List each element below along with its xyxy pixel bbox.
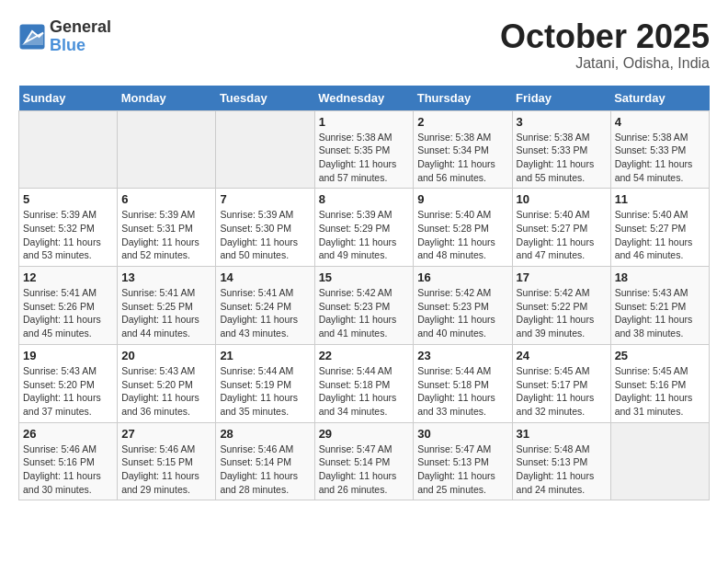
weekday-header: Sunday [19, 86, 118, 111]
day-info: Sunrise: 5:43 AM Sunset: 5:21 PM Dayligh… [615, 286, 705, 340]
month-title: October 2025 [500, 18, 710, 55]
day-info: Sunrise: 5:46 AM Sunset: 5:15 PM Dayligh… [121, 442, 211, 497]
calendar-cell: 29Sunrise: 5:47 AM Sunset: 5:14 PM Dayli… [314, 422, 414, 500]
calendar-cell: 8Sunrise: 5:39 AM Sunset: 5:29 PM Daylig… [314, 189, 414, 267]
day-info: Sunrise: 5:39 AM Sunset: 5:30 PM Dayligh… [220, 208, 310, 262]
day-info: Sunrise: 5:44 AM Sunset: 5:19 PM Dayligh… [220, 364, 310, 419]
calendar-cell: 2Sunrise: 5:38 AM Sunset: 5:34 PM Daylig… [414, 110, 512, 189]
calendar-week-row: 19Sunrise: 5:43 AM Sunset: 5:20 PM Dayli… [19, 344, 710, 422]
calendar-cell: 30Sunrise: 5:47 AM Sunset: 5:13 PM Dayli… [414, 422, 512, 500]
weekday-header: Monday [118, 86, 216, 111]
calendar-cell: 6Sunrise: 5:39 AM Sunset: 5:31 PM Daylig… [118, 189, 216, 267]
day-number: 7 [220, 192, 310, 206]
day-info: Sunrise: 5:47 AM Sunset: 5:13 PM Dayligh… [417, 442, 507, 497]
calendar-table: SundayMondayTuesdayWednesdayThursdayFrid… [18, 86, 710, 501]
calendar-cell [19, 110, 118, 189]
calendar-cell: 23Sunrise: 5:44 AM Sunset: 5:18 PM Dayli… [414, 344, 512, 422]
calendar-cell: 18Sunrise: 5:43 AM Sunset: 5:21 PM Dayli… [610, 267, 709, 345]
calendar-week-row: 1Sunrise: 5:38 AM Sunset: 5:35 PM Daylig… [19, 110, 710, 189]
calendar-cell: 7Sunrise: 5:39 AM Sunset: 5:30 PM Daylig… [216, 189, 314, 267]
day-info: Sunrise: 5:47 AM Sunset: 5:14 PM Dayligh… [319, 442, 410, 497]
weekday-header: Wednesday [314, 86, 414, 111]
calendar-cell: 31Sunrise: 5:48 AM Sunset: 5:13 PM Dayli… [512, 422, 610, 500]
calendar-cell: 19Sunrise: 5:43 AM Sunset: 5:20 PM Dayli… [19, 344, 118, 422]
day-info: Sunrise: 5:46 AM Sunset: 5:14 PM Dayligh… [220, 442, 310, 497]
day-number: 10 [517, 192, 607, 206]
day-number: 26 [23, 427, 113, 441]
day-number: 27 [121, 427, 211, 441]
calendar-week-row: 5Sunrise: 5:39 AM Sunset: 5:32 PM Daylig… [19, 189, 710, 267]
day-number: 11 [615, 192, 705, 206]
day-number: 28 [220, 427, 310, 441]
logo-icon [18, 23, 46, 51]
calendar-cell: 3Sunrise: 5:38 AM Sunset: 5:33 PM Daylig… [512, 110, 610, 189]
day-number: 25 [615, 349, 705, 362]
calendar-cell [610, 422, 709, 500]
day-info: Sunrise: 5:42 AM Sunset: 5:23 PM Dayligh… [319, 286, 410, 340]
day-number: 14 [220, 270, 310, 284]
day-number: 21 [220, 349, 310, 362]
calendar-cell: 12Sunrise: 5:41 AM Sunset: 5:26 PM Dayli… [19, 267, 118, 345]
day-number: 3 [517, 115, 607, 129]
calendar-cell [118, 110, 216, 189]
day-number: 9 [417, 192, 507, 206]
calendar-cell: 1Sunrise: 5:38 AM Sunset: 5:35 PM Daylig… [314, 110, 414, 189]
day-number: 8 [319, 192, 410, 206]
calendar-cell: 15Sunrise: 5:42 AM Sunset: 5:23 PM Dayli… [314, 267, 414, 345]
day-number: 5 [23, 192, 113, 206]
day-number: 12 [23, 270, 113, 284]
day-info: Sunrise: 5:48 AM Sunset: 5:13 PM Dayligh… [517, 442, 607, 497]
calendar-cell: 20Sunrise: 5:43 AM Sunset: 5:20 PM Dayli… [118, 344, 216, 422]
weekday-header-row: SundayMondayTuesdayWednesdayThursdayFrid… [19, 86, 710, 111]
calendar-cell: 28Sunrise: 5:46 AM Sunset: 5:14 PM Dayli… [216, 422, 314, 500]
day-info: Sunrise: 5:38 AM Sunset: 5:33 PM Dayligh… [615, 131, 705, 185]
day-info: Sunrise: 5:41 AM Sunset: 5:26 PM Dayligh… [23, 286, 113, 340]
day-info: Sunrise: 5:46 AM Sunset: 5:16 PM Dayligh… [23, 442, 113, 497]
day-info: Sunrise: 5:43 AM Sunset: 5:20 PM Dayligh… [23, 364, 113, 419]
logo: General Blue [18, 18, 111, 55]
weekday-header: Thursday [414, 86, 512, 111]
day-number: 6 [121, 192, 211, 206]
day-info: Sunrise: 5:40 AM Sunset: 5:28 PM Dayligh… [417, 208, 507, 262]
day-number: 23 [417, 349, 507, 362]
weekday-header: Saturday [610, 86, 709, 111]
day-number: 29 [319, 427, 410, 441]
title-section: October 2025 Jatani, Odisha, India [500, 18, 710, 72]
day-info: Sunrise: 5:39 AM Sunset: 5:31 PM Dayligh… [121, 208, 211, 262]
calendar-cell [216, 110, 314, 189]
day-info: Sunrise: 5:38 AM Sunset: 5:35 PM Dayligh… [319, 131, 410, 185]
calendar-cell: 14Sunrise: 5:41 AM Sunset: 5:24 PM Dayli… [216, 267, 314, 345]
calendar-cell: 27Sunrise: 5:46 AM Sunset: 5:15 PM Dayli… [118, 422, 216, 500]
calendar-cell: 5Sunrise: 5:39 AM Sunset: 5:32 PM Daylig… [19, 189, 118, 267]
location: Jatani, Odisha, India [500, 55, 710, 72]
day-info: Sunrise: 5:40 AM Sunset: 5:27 PM Dayligh… [517, 208, 607, 262]
calendar-cell: 22Sunrise: 5:44 AM Sunset: 5:18 PM Dayli… [314, 344, 414, 422]
day-number: 31 [517, 427, 607, 441]
calendar-cell: 10Sunrise: 5:40 AM Sunset: 5:27 PM Dayli… [512, 189, 610, 267]
calendar-week-row: 26Sunrise: 5:46 AM Sunset: 5:16 PM Dayli… [19, 422, 710, 500]
calendar-cell: 25Sunrise: 5:45 AM Sunset: 5:16 PM Dayli… [610, 344, 709, 422]
day-info: Sunrise: 5:44 AM Sunset: 5:18 PM Dayligh… [319, 364, 410, 419]
day-info: Sunrise: 5:39 AM Sunset: 5:32 PM Dayligh… [23, 208, 113, 262]
day-info: Sunrise: 5:40 AM Sunset: 5:27 PM Dayligh… [615, 208, 705, 262]
calendar-week-row: 12Sunrise: 5:41 AM Sunset: 5:26 PM Dayli… [19, 267, 710, 345]
day-info: Sunrise: 5:45 AM Sunset: 5:17 PM Dayligh… [517, 364, 607, 419]
day-number: 1 [319, 115, 410, 129]
day-number: 19 [23, 349, 113, 362]
day-info: Sunrise: 5:41 AM Sunset: 5:25 PM Dayligh… [121, 286, 211, 340]
calendar-cell: 11Sunrise: 5:40 AM Sunset: 5:27 PM Dayli… [610, 189, 709, 267]
day-number: 20 [121, 349, 211, 362]
calendar-cell: 24Sunrise: 5:45 AM Sunset: 5:17 PM Dayli… [512, 344, 610, 422]
calendar-cell: 9Sunrise: 5:40 AM Sunset: 5:28 PM Daylig… [414, 189, 512, 267]
calendar-cell: 16Sunrise: 5:42 AM Sunset: 5:23 PM Dayli… [414, 267, 512, 345]
weekday-header: Friday [512, 86, 610, 111]
day-info: Sunrise: 5:39 AM Sunset: 5:29 PM Dayligh… [319, 208, 410, 262]
day-info: Sunrise: 5:43 AM Sunset: 5:20 PM Dayligh… [121, 364, 211, 419]
calendar-cell: 13Sunrise: 5:41 AM Sunset: 5:25 PM Dayli… [118, 267, 216, 345]
logo-text: General Blue [50, 18, 111, 55]
calendar-cell: 17Sunrise: 5:42 AM Sunset: 5:22 PM Dayli… [512, 267, 610, 345]
day-number: 16 [417, 270, 507, 284]
day-info: Sunrise: 5:42 AM Sunset: 5:22 PM Dayligh… [517, 286, 607, 340]
calendar-cell: 26Sunrise: 5:46 AM Sunset: 5:16 PM Dayli… [19, 422, 118, 500]
day-number: 24 [517, 349, 607, 362]
